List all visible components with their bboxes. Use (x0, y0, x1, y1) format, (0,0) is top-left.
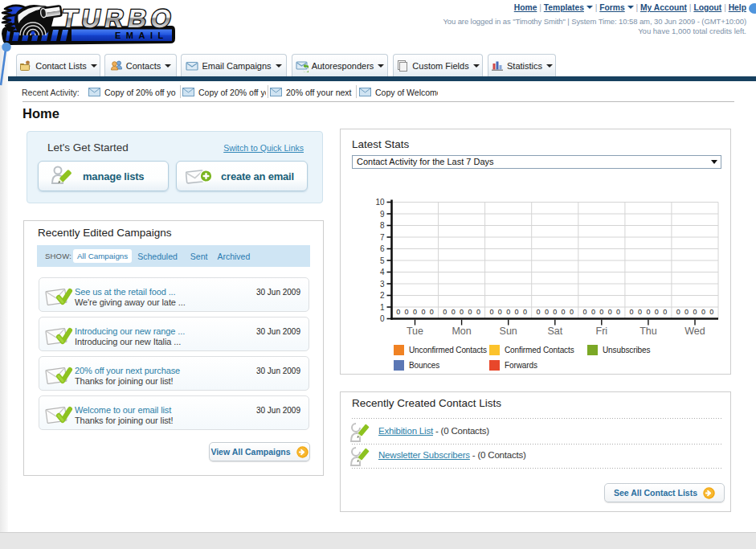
svg-text:8: 8 (380, 221, 385, 230)
svg-text:Wed: Wed (684, 326, 705, 337)
svg-text:0: 0 (460, 308, 464, 316)
svg-text:0: 0 (591, 308, 595, 316)
svg-text:0: 0 (468, 308, 472, 316)
svg-text:0: 0 (709, 308, 713, 316)
svg-text:0: 0 (701, 308, 705, 316)
svg-text:0: 0 (684, 308, 689, 316)
svg-text:0: 0 (582, 308, 586, 316)
svg-text:0: 0 (646, 308, 650, 316)
svg-text:0: 0 (536, 308, 540, 316)
svg-text:0: 0 (405, 308, 409, 316)
svg-text:0: 0 (506, 308, 510, 316)
svg-text:0: 0 (630, 308, 634, 316)
svg-text:0: 0 (663, 308, 667, 316)
svg-text:0: 0 (545, 308, 549, 316)
svg-text:2: 2 (380, 291, 385, 300)
svg-text:Sat: Sat (547, 326, 562, 337)
svg-text:0: 0 (396, 308, 400, 316)
svg-text:Tue: Tue (407, 326, 423, 337)
svg-text:0: 0 (616, 308, 620, 316)
svg-text:0: 0 (562, 308, 566, 316)
svg-text:9: 9 (380, 210, 385, 219)
svg-text:0: 0 (380, 314, 385, 323)
svg-text:0: 0 (476, 308, 480, 316)
svg-text:0: 0 (523, 308, 527, 316)
svg-text:0: 0 (498, 308, 502, 316)
svg-text:0: 0 (638, 308, 642, 316)
svg-text:1: 1 (380, 303, 385, 312)
svg-text:Fri: Fri (596, 326, 608, 337)
svg-text:0: 0 (515, 308, 519, 316)
svg-text:0: 0 (570, 308, 574, 316)
svg-text:0: 0 (421, 308, 425, 316)
svg-text:Thu: Thu (640, 326, 657, 337)
svg-text:0: 0 (599, 308, 603, 316)
svg-text:0: 0 (655, 308, 659, 316)
svg-text:0: 0 (676, 308, 680, 316)
svg-text:Sun: Sun (500, 326, 517, 337)
svg-text:0: 0 (608, 308, 612, 316)
svg-text:0: 0 (430, 308, 434, 316)
svg-text:0: 0 (693, 308, 697, 316)
svg-text:0: 0 (489, 308, 493, 316)
svg-text:0: 0 (452, 308, 456, 316)
svg-text:3: 3 (380, 280, 385, 289)
svg-text:0: 0 (553, 308, 557, 316)
svg-text:6: 6 (380, 244, 385, 253)
svg-text:0: 0 (443, 308, 447, 316)
svg-text:5: 5 (380, 256, 385, 265)
svg-text:7: 7 (380, 233, 385, 242)
svg-text:4: 4 (380, 268, 385, 277)
svg-text:10: 10 (375, 198, 385, 207)
svg-text:0: 0 (413, 308, 417, 316)
svg-text:Mon: Mon (452, 326, 471, 337)
